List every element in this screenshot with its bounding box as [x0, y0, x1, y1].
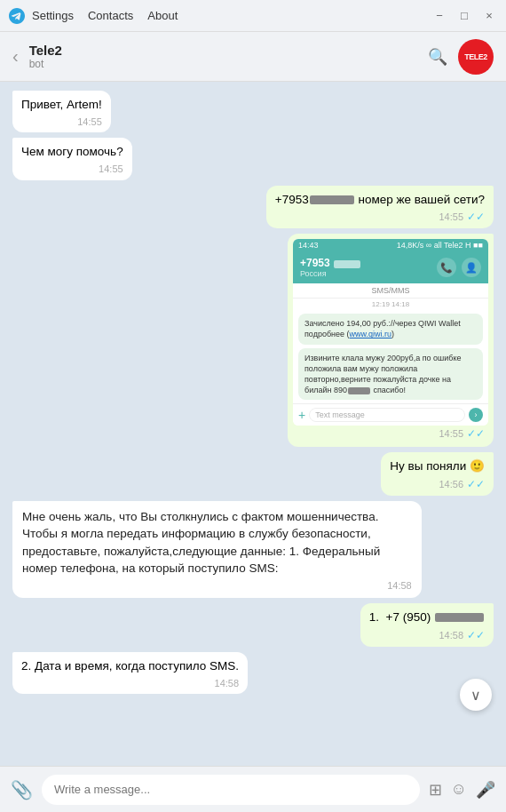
message-tick: ✓✓	[467, 628, 485, 643]
message-time: 14:58	[439, 629, 463, 642]
titlebar: Settings Contacts About − □ ×	[0, 0, 506, 32]
message-row: 2. Дата и время, когда поступило SMS. 14…	[12, 652, 494, 694]
message-time: 14:55	[439, 211, 463, 224]
phone-input-placeholder: Text message	[315, 410, 365, 419]
contact-status: bot	[29, 58, 428, 70]
message-text: Ну вы поняли 🙂	[390, 459, 485, 473]
message-bubble: Чем могу помочь? 14:55	[12, 138, 132, 179]
bottom-right-icons: ⊞ ☺ 🎤	[429, 780, 495, 800]
grid-icon[interactable]: ⊞	[429, 780, 442, 800]
message-input[interactable]	[42, 775, 420, 805]
message-bubble: +7953 номер же вашей сети? 14:55 ✓✓	[266, 186, 494, 229]
phone-send-icon: ›	[469, 408, 483, 422]
message-row: Чем могу помочь? 14:55	[12, 138, 494, 179]
message-meta: 14:56 ✓✓	[390, 477, 485, 492]
message-meta: 14:58	[21, 677, 239, 690]
screenshot-meta: 14:55 ✓✓	[293, 426, 488, 442]
message-time: 14:55	[99, 163, 123, 176]
screenshot-tick: ✓✓	[467, 427, 485, 440]
message-bubble: Привет, Artem! 14:55	[12, 91, 111, 132]
message-meta: 14:55	[21, 163, 123, 176]
phone-screenshot: 14:43 14,8K/s ∞ all Tele2 H ■■ +7953 Рос…	[293, 239, 488, 426]
phone-action-icons: 📞 👤	[437, 258, 481, 277]
person-icon: 👤	[462, 258, 481, 277]
menu-contacts[interactable]: Contacts	[88, 9, 133, 22]
message-time: 14:58	[387, 579, 412, 593]
message-text: Мне очень жаль, что Вы столкнулись с фак…	[22, 510, 380, 576]
message-text: +7953 номер же вашей сети?	[275, 193, 485, 206]
contact-info: Tele2 bot	[29, 43, 428, 70]
telegram-icon	[9, 8, 25, 24]
screenshot-time: 14:55	[439, 428, 463, 439]
call-icon: 📞	[437, 258, 456, 277]
message-meta: 14:55 ✓✓	[275, 210, 485, 225]
maximize-button[interactable]: □	[456, 9, 472, 22]
sms-text-1: Зачислено 194,00 руб.://через QIWI Walle…	[304, 319, 461, 338]
sms-message-2: Извините клала мужу 200руб,а по ошибке п…	[298, 348, 483, 401]
message-meta: 14:58	[22, 579, 412, 593]
search-button[interactable]: 🔍	[428, 47, 447, 67]
phone-attach-icon: +	[298, 408, 305, 422]
message-bubble: 2. Дата и время, когда поступило SMS. 14…	[12, 652, 248, 694]
message-time: 14:58	[215, 677, 240, 690]
message-bubble: 1. +7 (950) 14:58 ✓✓	[360, 603, 494, 647]
message-row: 1. +7 (950) 14:58 ✓✓	[12, 603, 494, 647]
message-text: 1. +7 (950)	[369, 610, 485, 624]
minimize-button[interactable]: −	[431, 9, 447, 22]
message-time: 14:55	[77, 115, 102, 129]
screenshot-bubble: 14:43 14,8K/s ∞ all Tele2 H ■■ +7953 Рос…	[288, 234, 494, 447]
message-row: +7953 номер же вашей сети? 14:55 ✓✓	[12, 186, 494, 229]
message-meta: 14:55	[21, 115, 102, 129]
attach-button[interactable]: 📎	[11, 779, 33, 800]
avatar: TELE2	[458, 39, 494, 75]
menu-settings[interactable]: Settings	[32, 9, 74, 22]
sms-message-1: Зачислено 194,00 руб.://через QIWI Walle…	[298, 314, 483, 344]
chat-wrapper: Привет, Artem! 14:55 Чем могу помочь? 14…	[0, 82, 506, 766]
menu-bar: Settings Contacts About	[32, 9, 178, 22]
bottom-bar: 📎 ⊞ ☺ 🎤	[0, 766, 506, 812]
message-row: 14:43 14,8K/s ∞ all Tele2 H ■■ +7953 Рос…	[12, 234, 494, 447]
chat-area: Привет, Artem! 14:55 Чем могу помочь? 14…	[0, 82, 506, 766]
window-controls: − □ ×	[431, 9, 497, 22]
phone-contact-number: +7953	[300, 257, 361, 269]
message-tick: ✓✓	[467, 210, 485, 225]
message-text: Чем могу помочь?	[21, 145, 123, 158]
phone-statusbar: 14:43 14,8K/s ∞ all Tele2 H ■■	[293, 239, 488, 251]
sms-date: 12:19 14:18	[293, 299, 488, 310]
phone-header: +7953 Россия 📞 👤	[293, 251, 488, 283]
message-tick: ✓✓	[467, 477, 485, 492]
mic-icon[interactable]: 🎤	[476, 780, 495, 800]
message-bubble: Ну вы поняли 🙂 14:56 ✓✓	[381, 452, 494, 496]
message-bubble-long: Мне очень жаль, что Вы столкнулись с фак…	[12, 501, 422, 598]
tele2-logo-text: TELE2	[464, 52, 487, 61]
menu-about[interactable]: About	[147, 9, 178, 22]
statusbar-time: 14:43	[298, 241, 319, 250]
emoji-icon[interactable]: ☺	[451, 780, 467, 799]
message-text: Привет, Artem!	[21, 98, 102, 111]
chat-header: ‹ Tele2 bot 🔍 TELE2	[0, 32, 506, 82]
back-button[interactable]: ‹	[12, 46, 19, 67]
statusbar-info: 14,8K/s ∞ all Tele2 H ■■	[397, 241, 483, 250]
message-row: Мне очень жаль, что Вы столкнулись с фак…	[12, 501, 494, 598]
message-row: Ну вы поняли 🙂 14:56 ✓✓	[12, 452, 494, 496]
message-time: 14:56	[439, 478, 463, 491]
sms-label: SMS/MMS	[293, 283, 488, 299]
message-meta: 14:58 ✓✓	[369, 628, 485, 643]
phone-region: Россия	[300, 269, 361, 278]
contact-name: Tele2	[29, 43, 428, 58]
phone-message-input: Text message	[309, 408, 465, 422]
message-row: Привет, Artem! 14:55	[12, 91, 494, 132]
message-text: 2. Дата и время, когда поступило SMS.	[21, 659, 239, 673]
phone-input-bar: + Text message ›	[293, 403, 488, 426]
scroll-down-button[interactable]: ∨	[460, 679, 492, 711]
close-button[interactable]: ×	[481, 9, 497, 22]
sms-text-2: Извините клала мужу 200руб,а по ошибке п…	[304, 354, 462, 394]
